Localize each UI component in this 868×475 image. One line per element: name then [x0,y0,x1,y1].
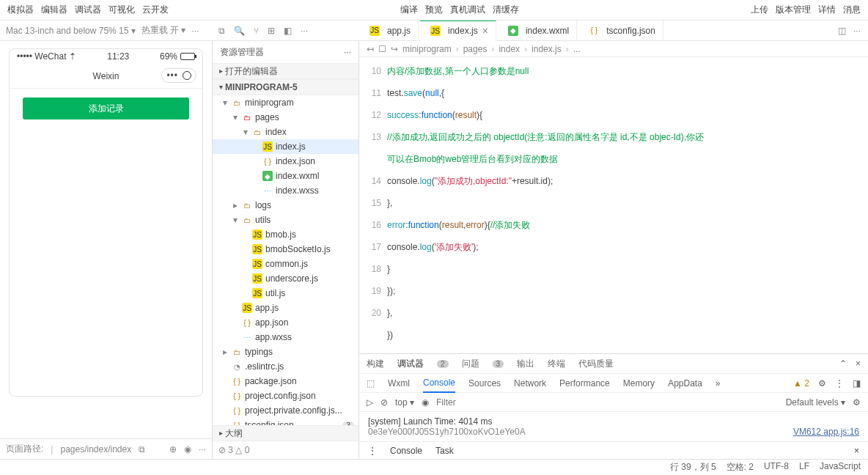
more-icon[interactable]: ··· [301,26,308,36]
more-icon[interactable]: ··· [344,47,351,57]
inspect-icon[interactable]: ⬚ [367,378,375,389]
tree-utils[interactable]: ▾🗀utils [213,213,358,227]
crumb[interactable]: pages [463,44,488,54]
compass-icon[interactable]: ⊕ [169,444,177,454]
panel-tab-代码质量[interactable]: 代码质量 [578,358,614,370]
spaces[interactable]: 空格: 2 [727,461,754,474]
device-selector[interactable]: Mac 13-inch and below 75% 15 ▾ [6,26,136,36]
kebab-icon[interactable]: ⋮ [835,378,844,389]
bookmark-icon[interactable]: ☐ [378,44,386,54]
more-icon[interactable]: ··· [191,26,199,36]
open-editors-section[interactable]: 打开的编辑器 [213,63,358,79]
tab-index.wxml[interactable]: ◆index.wxml [498,21,577,41]
tree-index.js[interactable]: JSindex.js [213,139,358,154]
menu-模拟器[interactable]: 模拟器 [7,4,34,16]
code-line[interactable]: test.save(null,{ [387,82,704,104]
arrow-icon[interactable]: ↪ [391,44,398,54]
panel-tab-输出[interactable]: 输出 [517,358,534,370]
context-selector[interactable]: top ▾ [395,397,414,408]
toggle-icon[interactable]: ◧ [284,26,292,36]
code-line[interactable]: //添加成功,返回成功之后的 objectId(注意:返回的属性名字是 id,不… [387,126,704,170]
search-icon[interactable]: 🔍 [234,26,245,36]
tab-tsconfig.json[interactable]: tsconfig.json [578,21,663,41]
code-line[interactable]: error:function(result,error){//添加失败 [387,214,704,236]
menu-详情[interactable]: 详情 [818,4,836,16]
devtab-network[interactable]: Network [514,378,546,389]
menu-调试器[interactable]: 调试器 [75,4,101,16]
source-link[interactable]: VM612 app.js:16 [793,427,859,437]
rewind-icon[interactable]: ↤ [367,44,374,54]
eye-icon[interactable]: ◉ [184,444,191,454]
tree-tsconfig.json[interactable]: tsconfig.json3 [213,418,358,425]
menu-消息[interactable]: 消息 [843,4,861,16]
tree-util.js[interactable]: JSutil.js [213,286,358,301]
menu-编译[interactable]: 编译 [400,4,418,16]
new-window-icon[interactable]: ⧉ [218,26,225,36]
play-icon[interactable]: ▷ [367,397,373,408]
close-icon[interactable]: × [482,25,488,37]
code-line[interactable]: }, [387,192,704,214]
drawer-task[interactable]: Task [435,446,454,456]
tree-index.json[interactable]: index.json [213,154,358,169]
tree-app.wxss[interactable]: app.wxss [213,330,358,345]
close-icon[interactable]: × [854,446,859,456]
devtab-performance[interactable]: Performance [559,378,610,389]
warnings-badge[interactable]: ▲ 2 [793,378,809,389]
reload-toggle[interactable]: 热重载 开 ▾ [141,24,186,37]
devtab-memory[interactable]: Memory [623,378,655,389]
dock-icon[interactable]: ◨ [853,378,861,389]
panel-tab-问题[interactable]: 问题 [462,358,479,370]
menu-icon[interactable]: ••• [166,70,178,81]
crumb[interactable]: miniprogram [402,44,452,54]
branch-icon[interactable]: ⑂ [254,26,259,36]
tree-bmobSocketIo.js[interactable]: JSbmobSocketIo.js [213,242,358,257]
tree-bmob.js[interactable]: JSbmob.js [213,227,358,242]
stop-icon[interactable]: ⊘ [380,397,388,408]
code-line[interactable]: console.log('添加失败'); [387,236,704,258]
kebab-icon[interactable]: ⋮ [368,446,377,456]
tree-index.wxml[interactable]: ◆index.wxml [213,169,358,183]
menu-清缓存[interactable]: 清缓存 [493,4,519,16]
code-line[interactable]: }) [387,324,704,346]
encoding[interactable]: UTF-8 [764,461,789,474]
tree-logs[interactable]: ▸🗀logs [213,198,358,213]
menu-编辑器[interactable]: 编辑器 [41,4,67,16]
level-selector[interactable]: Default levels ▾ [786,397,845,408]
tree-typings[interactable]: ▸🗀typings [213,345,358,359]
close-icon[interactable]: × [856,358,861,369]
tree-project.private.config.js...[interactable]: project.private.config.js... [213,403,358,418]
cursor-pos[interactable]: 行 39，列 5 [670,461,716,474]
tree-index[interactable]: ▾🗀index [213,125,358,139]
tree-app.js[interactable]: JSapp.js [213,301,358,315]
tab-index.js[interactable]: JSindex.js× [420,21,496,41]
crumb[interactable]: ... [573,44,581,54]
tree-project.config.json[interactable]: project.config.json [213,389,358,403]
tree-index.wxss[interactable]: index.wxss [213,183,358,198]
chevron-up-icon[interactable]: ⌃ [839,358,847,369]
tab-app.js[interactable]: JSapp.js [359,21,419,41]
crumb[interactable]: index [499,44,520,54]
project-root[interactable]: MINIPROGRAM-5 [213,79,358,95]
tree-package.json[interactable]: package.json [213,374,358,389]
filter-input[interactable] [436,397,779,408]
menu-预览[interactable]: 预览 [425,4,443,16]
devtab-wxml[interactable]: Wxml [388,378,410,389]
eye-icon[interactable]: ◉ [422,397,429,408]
language[interactable]: JavaScript [820,461,861,474]
code-line[interactable]: success:function(result){ [387,104,704,126]
tree-miniprogram[interactable]: ▾🗀miniprogram [213,95,358,110]
split-icon[interactable]: ◫ [838,26,846,36]
gear-icon[interactable]: ⚙ [818,378,826,389]
more-icon[interactable]: » [716,378,721,389]
devtab-appdata[interactable]: AppData [668,378,702,389]
eol[interactable]: LF [799,461,809,474]
code-line[interactable]: }, [387,302,704,324]
menu-可视化[interactable]: 可视化 [108,4,135,16]
menu-上传[interactable]: 上传 [751,4,768,16]
code-line[interactable]: console.log("添加成功,objectId:"+result.id); [387,170,704,192]
code-line[interactable]: } [387,258,704,280]
tree-pages[interactable]: ▾🗀pages [213,110,358,125]
tree-app.json[interactable]: app.json [213,315,358,330]
panel-tab-调试器[interactable]: 调试器 [397,358,424,370]
menu-云开发[interactable]: 云开发 [142,4,169,16]
